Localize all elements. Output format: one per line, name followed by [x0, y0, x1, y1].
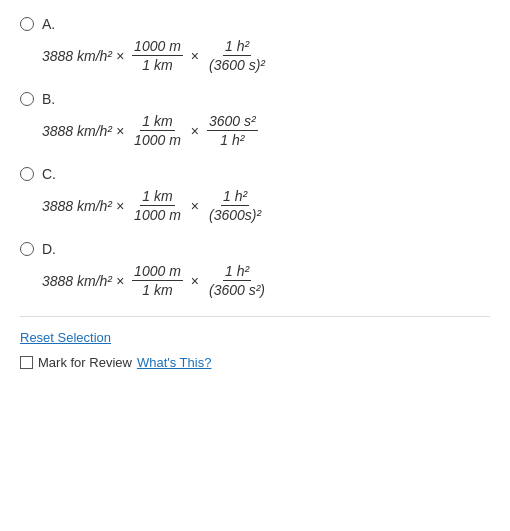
main-term-2: 3888 km/h² × — [42, 198, 124, 214]
option-block-c: C.3888 km/h² ×1 km1000 m×1 h²(3600s)² — [20, 166, 490, 223]
reset-selection-link[interactable]: Reset Selection — [20, 329, 490, 345]
fraction1-2: 1 km1000 m — [132, 188, 183, 223]
main-term-3: 3888 km/h² × — [42, 273, 124, 289]
fraction1-0: 1000 m1 km — [132, 38, 183, 73]
fraction1-3: 1000 m1 km — [132, 263, 183, 298]
mark-review-checkbox[interactable] — [20, 356, 33, 369]
times-sign-2-2: × — [191, 198, 199, 214]
whats-this-link[interactable]: What's This? — [137, 355, 212, 370]
option-block-a: A.3888 km/h² ×1000 m1 km×1 h²(3600 s)² — [20, 16, 490, 73]
mark-review-label: Mark for Review — [38, 355, 132, 370]
option-letter-1: B. — [42, 91, 55, 107]
option-letter-2: C. — [42, 166, 56, 182]
option-block-d: D.3888 km/h² ×1000 m1 km×1 h²(3600 s²) — [20, 241, 490, 298]
math-row-3: 3888 km/h² ×1000 m1 km×1 h²(3600 s²) — [42, 263, 490, 298]
option-radio-d[interactable] — [20, 242, 34, 256]
fraction2-3: 1 h²(3600 s²) — [207, 263, 267, 298]
times-sign-2-0: × — [191, 48, 199, 64]
fraction2-0: 1 h²(3600 s)² — [207, 38, 267, 73]
main-term-0: 3888 km/h² × — [42, 48, 124, 64]
reset-link[interactable]: Reset Selection — [20, 330, 111, 345]
math-row-1: 3888 km/h² ×1 km1000 m×3600 s²1 h² — [42, 113, 490, 148]
math-row-2: 3888 km/h² ×1 km1000 m×1 h²(3600s)² — [42, 188, 490, 223]
times-sign-2-1: × — [191, 123, 199, 139]
option-radio-c[interactable] — [20, 167, 34, 181]
option-letter-3: D. — [42, 241, 56, 257]
times-sign-2-3: × — [191, 273, 199, 289]
option-label-row-2: C. — [20, 166, 490, 182]
mark-review-row: Mark for Review What's This? — [20, 355, 490, 370]
option-label-row-1: B. — [20, 91, 490, 107]
main-term-1: 3888 km/h² × — [42, 123, 124, 139]
option-letter-0: A. — [42, 16, 55, 32]
option-radio-b[interactable] — [20, 92, 34, 106]
option-label-row-3: D. — [20, 241, 490, 257]
fraction2-2: 1 h²(3600s)² — [207, 188, 263, 223]
fraction1-1: 1 km1000 m — [132, 113, 183, 148]
option-radio-a[interactable] — [20, 17, 34, 31]
math-row-0: 3888 km/h² ×1000 m1 km×1 h²(3600 s)² — [42, 38, 490, 73]
fraction2-1: 3600 s²1 h² — [207, 113, 258, 148]
option-label-row-0: A. — [20, 16, 490, 32]
option-block-b: B.3888 km/h² ×1 km1000 m×3600 s²1 h² — [20, 91, 490, 148]
